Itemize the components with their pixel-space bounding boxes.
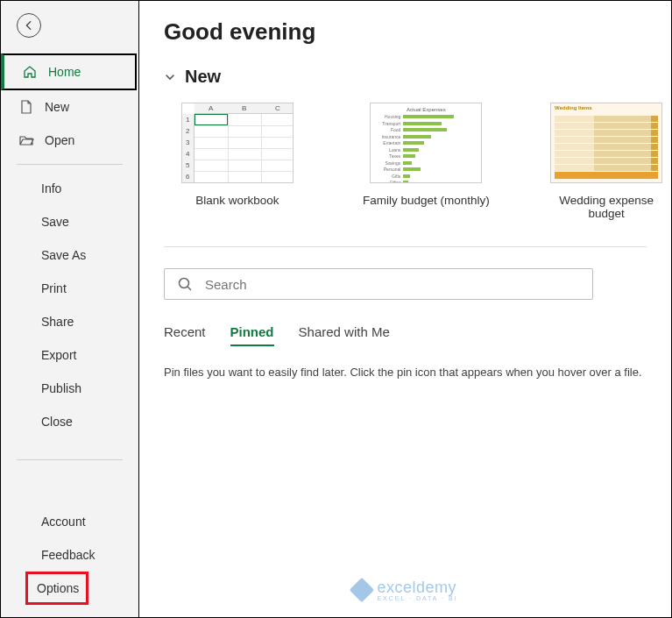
sidebar-item-info[interactable]: Info: [1, 172, 138, 205]
templates-row: A B C 1 2 3 4 5 6 7: [164, 103, 671, 220]
template-thumbnail: Wedding Items: [550, 103, 662, 183]
sidebar-item-home[interactable]: Home: [1, 53, 137, 90]
watermark-logo-icon: [349, 578, 373, 602]
template-wedding-budget[interactable]: Wedding Items: [541, 103, 671, 220]
document-icon: [18, 99, 34, 115]
new-section-header[interactable]: New: [164, 67, 671, 87]
template-thumbnail: A B C 1 2 3 4 5 6 7: [181, 103, 294, 183]
sidebar-item-save[interactable]: Save: [1, 205, 138, 238]
home-icon: [22, 64, 38, 80]
sidebar-item-feedback[interactable]: Feedback: [1, 538, 138, 572]
sidebar-item-new[interactable]: New: [1, 90, 138, 124]
tab-recent[interactable]: Recent: [164, 324, 206, 346]
search-icon: [177, 276, 193, 292]
sidebar-item-label: Open: [45, 133, 74, 147]
folder-open-icon: [18, 132, 34, 148]
svg-point-0: [180, 279, 189, 288]
tab-pinned[interactable]: Pinned: [230, 324, 274, 346]
greeting-title: Good evening: [164, 18, 671, 46]
sidebar-item-account[interactable]: Account: [1, 505, 138, 538]
sidebar-item-export[interactable]: Export: [1, 338, 138, 372]
watermark-tagline: EXCEL · DATA · BI: [377, 595, 457, 601]
template-family-budget[interactable]: Actual Expenses Housing Transport Food I…: [353, 103, 500, 220]
watermark-brand: exceldemy: [377, 579, 457, 597]
template-label: Wedding expense budget: [541, 194, 671, 220]
tab-shared[interactable]: Shared with Me: [299, 324, 390, 346]
sidebar-item-publish[interactable]: Publish: [1, 372, 138, 405]
chevron-down-icon: [164, 71, 176, 83]
section-title: New: [185, 67, 221, 87]
sidebar-item-label: New: [45, 100, 69, 114]
main-content: Good evening New A B C 1 2 3 4 5 6: [139, 1, 671, 617]
back-button[interactable]: [17, 13, 41, 38]
template-thumbnail: Actual Expenses Housing Transport Food I…: [370, 103, 482, 183]
sidebar-item-share[interactable]: Share: [1, 305, 138, 338]
sidebar-item-options[interactable]: Options: [25, 572, 88, 605]
search-input[interactable]: [205, 277, 580, 292]
file-tabs: Recent Pinned Shared with Me: [164, 324, 671, 346]
svg-line-1: [187, 287, 191, 290]
pinned-empty-hint: Pin files you want to easily find later.…: [164, 366, 671, 379]
search-box[interactable]: [164, 268, 593, 300]
divider: [17, 164, 123, 165]
sidebar-item-label: Home: [48, 65, 81, 79]
divider: [164, 246, 647, 247]
arrow-left-icon: [23, 19, 35, 32]
divider: [17, 459, 123, 460]
sidebar-item-print[interactable]: Print: [1, 272, 138, 305]
template-blank-workbook[interactable]: A B C 1 2 3 4 5 6 7: [164, 103, 311, 220]
sidebar-item-saveas[interactable]: Save As: [1, 238, 138, 272]
backstage-sidebar: Home New Open Info Save Save As Print Sh…: [1, 1, 139, 617]
sidebar-item-close[interactable]: Close: [1, 405, 138, 438]
watermark: exceldemy EXCEL · DATA · BI: [352, 579, 457, 601]
template-label: Family budget (monthly): [353, 194, 500, 207]
template-label: Blank workbook: [164, 194, 311, 207]
sidebar-item-open[interactable]: Open: [1, 124, 138, 157]
